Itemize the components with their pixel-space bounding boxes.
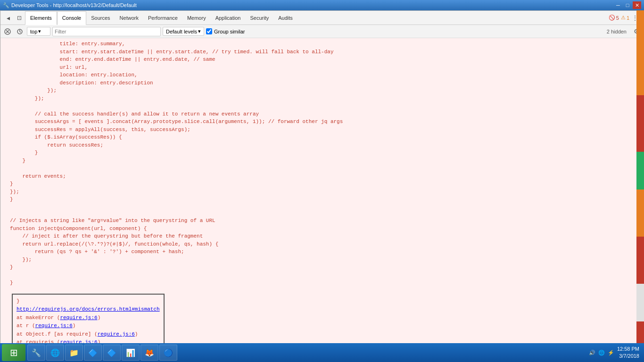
- group-similar-label[interactable]: Group similar: [206, 28, 245, 34]
- taskbar-icon-1: 🔧: [32, 348, 41, 357]
- tab-audits[interactable]: Audits: [273, 11, 297, 25]
- warning-icon: ⚠: [621, 15, 626, 21]
- tray-icon-1: 🔊: [589, 350, 595, 356]
- maximize-button[interactable]: □: [623, 1, 632, 9]
- code-block-2: // Injects a string like "arg=value" int…: [0, 206, 637, 289]
- tab-network[interactable]: Network: [115, 11, 143, 25]
- tab-inspect-button[interactable]: ⊡: [14, 12, 25, 24]
- error-link[interactable]: http://requirejs.org/docs/errors.html#mi…: [17, 306, 160, 312]
- sidebar-red-2: [636, 237, 644, 284]
- taskbar-item-2[interactable]: 🌐: [46, 345, 64, 361]
- preserve-log-button[interactable]: [15, 26, 25, 37]
- titlebar-title: Developer Tools - http://localhost/v13r2…: [11, 2, 614, 8]
- clock-time: 12:58 PM: [617, 346, 639, 353]
- warn-count-badge: ⚠ 1: [621, 15, 629, 21]
- tab-bar: ◂ ⊡ Elements Console Sources Network Per…: [0, 11, 644, 25]
- sidebar-green: [636, 152, 644, 189]
- svg-line-5: [20, 32, 21, 33]
- taskbar-item-4[interactable]: 🔷: [84, 345, 102, 361]
- taskbar-items: 🔧 🌐 📁 🔷 🔷 📊 🦊 🔵: [25, 345, 586, 361]
- window-controls: ─ □ ✕: [614, 1, 641, 9]
- taskbar-icon-7: 🦊: [145, 348, 154, 357]
- context-value: top: [30, 29, 37, 34]
- console-toolbar: top ▾ Default levels ▾ Group similar 2 h…: [0, 25, 644, 38]
- taskbar-item-8[interactable]: 🔵: [159, 345, 177, 361]
- stack-line-2: at r (require.js:6): [17, 322, 160, 330]
- sidebar-red-3: [636, 321, 644, 343]
- tab-application[interactable]: Application: [211, 11, 246, 25]
- taskbar-item-1[interactable]: 🔧: [27, 345, 45, 361]
- object-f-link[interactable]: require.js:6: [98, 331, 135, 337]
- tab-security[interactable]: Security: [245, 11, 273, 25]
- tab-elements[interactable]: Elements: [25, 11, 57, 25]
- taskbar-icon-8: 🔵: [164, 348, 173, 357]
- context-selector[interactable]: top ▾: [27, 27, 50, 36]
- tray-icon-3: ⚡: [608, 350, 614, 356]
- group-similar-text: Group similar: [214, 29, 245, 34]
- console-content[interactable]: title: entry.summary, start: entry.start…: [0, 38, 644, 362]
- tray-icon-2: 🌐: [598, 350, 605, 356]
- badge-area: 🚫 5 ⚠ 1: [609, 15, 629, 21]
- r-link[interactable]: require.js:6: [35, 323, 73, 329]
- taskbar-item-6[interactable]: 📊: [122, 345, 140, 361]
- context-dropdown-icon: ▾: [38, 28, 41, 34]
- taskbar-tray: 🔊 🌐 ⚡ 12:58 PM 3/7/2018: [586, 346, 642, 360]
- clock-date: 3/7/2018: [617, 353, 639, 360]
- taskbar-item-5[interactable]: 🔷: [103, 345, 121, 361]
- sidebar-gray: [636, 284, 644, 321]
- level-label: Default levels: [166, 29, 197, 34]
- sidebar-orange-2: [636, 189, 644, 237]
- level-selector[interactable]: Default levels ▾: [163, 27, 204, 36]
- devtools-window: ◂ ⊡ Elements Console Sources Network Per…: [0, 10, 644, 343]
- start-button[interactable]: ⊞: [2, 344, 25, 361]
- taskbar-icon-6: 📊: [126, 348, 135, 357]
- sidebar-orange-1: [636, 10, 644, 95]
- taskbar-icon-5: 🔷: [107, 348, 116, 357]
- error-box-brace: }: [17, 297, 160, 306]
- taskbar-icon-4: 🔷: [88, 348, 98, 357]
- preserve-icon: [17, 28, 23, 35]
- titlebar-icon: 🔧: [3, 2, 9, 8]
- taskbar-item-7[interactable]: 🦊: [140, 345, 158, 361]
- error-icon: 🚫: [609, 15, 615, 21]
- tab-back-button[interactable]: ◂: [2, 12, 14, 24]
- right-color-sidebar: [636, 10, 644, 343]
- group-similar-checkbox[interactable]: [206, 28, 212, 34]
- tab-sources[interactable]: Sources: [86, 11, 115, 25]
- taskbar-icon-3: 📁: [69, 348, 79, 357]
- level-dropdown-icon: ▾: [198, 28, 201, 34]
- clear-console-button[interactable]: [2, 26, 13, 37]
- stack-line-3: at Object.f [as require] (require.js:6): [17, 330, 160, 339]
- taskbar-icon-2: 🌐: [50, 348, 60, 357]
- stack-line-1: at makeError (require.js:6): [17, 314, 160, 322]
- taskbar-item-3[interactable]: 📁: [65, 345, 83, 361]
- close-button[interactable]: ✕: [633, 1, 641, 9]
- tab-memory[interactable]: Memory: [182, 11, 211, 25]
- clear-icon: [4, 28, 11, 35]
- taskbar-clock[interactable]: 12:58 PM 3/7/2018: [617, 346, 639, 360]
- code-block-1: title: entry.summary, start: entry.start…: [0, 38, 637, 206]
- sidebar-red: [636, 95, 644, 152]
- tab-performance[interactable]: Performance: [143, 11, 182, 25]
- tab-console[interactable]: Console: [57, 11, 86, 25]
- error-count-badge: 🚫 5: [609, 15, 619, 21]
- titlebar: 🔧 Developer Tools - http://localhost/v13…: [0, 0, 644, 10]
- minimize-button[interactable]: ─: [614, 1, 622, 9]
- taskbar: ⊞ 🔧 🌐 📁 🔷 🔷 📊 🦊 🔵 🔊 🌐 ⚡ 1: [0, 343, 644, 362]
- hidden-count: 2 hidden: [604, 29, 629, 34]
- devtools-panel: ◂ ⊡ Elements Console Sources Network Per…: [0, 10, 644, 362]
- make-error-link[interactable]: require.js:6: [60, 315, 97, 321]
- filter-input[interactable]: [52, 27, 161, 36]
